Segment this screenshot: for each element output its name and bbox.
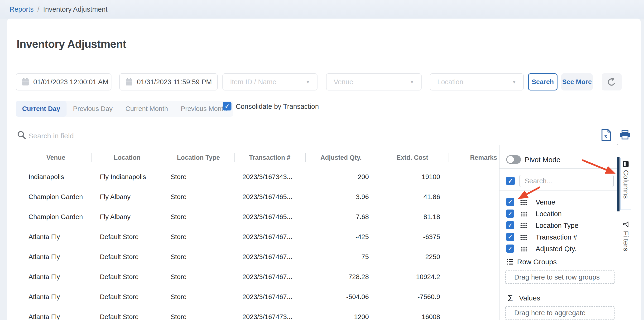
arrow-to-columns-tab xyxy=(582,160,608,171)
table-row[interactable]: Atlanta Fly Default Store Store 2023/3/1… xyxy=(14,267,499,287)
cell-extd-cost: -6375 xyxy=(377,227,440,247)
header-divider xyxy=(163,153,163,163)
col-header-location-type[interactable]: Location Type xyxy=(163,150,234,165)
item-dropdown[interactable]: Item ID / Name ▼ xyxy=(222,73,318,90)
venue-dropdown[interactable]: Venue ▼ xyxy=(326,73,422,90)
arrow-to-venue-checkbox xyxy=(525,187,540,195)
col-header-adjusted-qty[interactable]: Adjusted Qty. xyxy=(305,150,377,165)
drag-handle-icon[interactable] xyxy=(520,234,527,240)
chevron-down-icon: ▼ xyxy=(512,79,517,85)
drag-handle-icon[interactable] xyxy=(520,211,527,216)
range-current-month[interactable]: Current Month xyxy=(119,101,174,117)
tab-filters[interactable]: Filters xyxy=(620,220,631,260)
table-top-border xyxy=(14,148,499,148)
panel-column-item-location[interactable]: ✓ Location xyxy=(500,208,618,220)
chevron-down-icon: ▼ xyxy=(305,79,310,85)
cell-location: Default Store xyxy=(100,267,162,287)
panel-column-item-adjusted-qty[interactable]: ✓ Adjusted Qty. xyxy=(500,243,618,253)
search-icon xyxy=(17,130,26,140)
table-row[interactable]: Indianapolis Fly Indianapolis Store 2023… xyxy=(14,167,499,187)
start-date-field[interactable] xyxy=(16,73,112,90)
sigma-icon: Σ xyxy=(508,293,513,303)
column-item-label: Transaction # xyxy=(536,231,577,243)
drag-handle-icon[interactable] xyxy=(520,223,527,228)
cell-location: Default Store xyxy=(100,287,162,307)
col-header-location[interactable]: Location xyxy=(92,150,163,165)
column-checkbox[interactable]: ✓ xyxy=(506,210,514,218)
check-icon: ✓ xyxy=(508,234,512,240)
panel-divider xyxy=(500,253,618,253)
reset-button[interactable] xyxy=(602,73,622,90)
end-date-field[interactable] xyxy=(119,73,218,90)
cell-remarks xyxy=(456,187,497,207)
table-row[interactable]: Champion Garden Fly Albany Store 2023/3/… xyxy=(14,207,499,227)
header-divider xyxy=(377,153,377,163)
col-header-venue[interactable]: Venue xyxy=(20,150,92,165)
end-date-input[interactable] xyxy=(137,78,217,86)
check-icon: ✓ xyxy=(508,222,512,229)
drag-handle-icon[interactable] xyxy=(520,246,527,251)
cell-location-type: Store xyxy=(170,227,232,247)
row-groups-dropzone[interactable]: Drag here to set row groups xyxy=(505,270,614,284)
header-divider xyxy=(448,153,448,163)
cell-location-type: Store xyxy=(170,167,232,187)
print-icon[interactable] xyxy=(619,130,631,141)
see-more-button[interactable]: See More xyxy=(561,73,593,90)
grid-search-input[interactable]: Search in field xyxy=(28,131,74,140)
cell-transaction: 2023/3/167467... xyxy=(242,267,309,287)
search-button[interactable]: Search xyxy=(528,73,558,90)
column-checkbox[interactable]: ✓ xyxy=(506,221,514,229)
consolidate-checkbox[interactable]: ✓ xyxy=(223,102,232,110)
cell-location: Default Store xyxy=(100,307,162,320)
table-row[interactable]: Champion Garden Fly Albany Store 2023/3/… xyxy=(14,187,499,207)
cell-extd-cost: 10924.2 xyxy=(377,267,440,287)
table-row[interactable]: Atlanta Fly Default Store Store 2023/3/1… xyxy=(14,287,499,307)
check-icon: ✓ xyxy=(225,103,230,110)
location-dropdown-placeholder: Location xyxy=(437,78,512,86)
header-divider xyxy=(92,153,92,163)
col-header-extd-cost[interactable]: Extd. Cost xyxy=(377,150,448,165)
table-row[interactable]: Atlanta Fly Default Store Store 2023/3/1… xyxy=(14,227,499,247)
column-checkbox[interactable]: ✓ xyxy=(506,233,514,241)
breadcrumb: Reports / Inventory Adjustment xyxy=(10,0,108,19)
cell-location-type: Store xyxy=(170,307,232,320)
cell-remarks xyxy=(456,287,497,307)
cell-venue: Atlanta Fly xyxy=(28,287,90,307)
cell-transaction: 2023/3/167467... xyxy=(242,287,309,307)
consolidate-label: Consolidate by Transaction xyxy=(236,102,319,110)
cell-adjusted-qty: -504.06 xyxy=(305,287,369,307)
excel-export-icon[interactable]: x xyxy=(601,129,612,141)
values-dropzone[interactable]: Drag here to aggregate xyxy=(505,306,614,319)
panel-column-item-location-type[interactable]: ✓ Location Type xyxy=(500,220,618,231)
cell-remarks xyxy=(456,167,497,187)
cell-venue: Champion Garden xyxy=(28,187,90,207)
panel-divider xyxy=(500,287,618,287)
range-previous-day[interactable]: Previous Day xyxy=(66,101,119,117)
column-item-label: Location xyxy=(536,208,562,220)
cell-extd-cost: 16008 xyxy=(377,307,440,320)
start-date-input[interactable] xyxy=(33,78,111,86)
cell-venue: Champion Garden xyxy=(28,207,90,227)
location-dropdown[interactable]: Location ▼ xyxy=(430,73,524,90)
breadcrumb-reports-link[interactable]: Reports xyxy=(10,6,34,13)
table-row[interactable]: Atlanta Fly Default Store Store 2023/3/1… xyxy=(14,307,499,320)
cell-location-type: Store xyxy=(170,187,232,207)
cell-venue: Atlanta Fly xyxy=(28,307,90,320)
cell-transaction: 2023/3/167343... xyxy=(242,167,309,187)
cell-transaction: 2023/3/167467... xyxy=(242,227,309,247)
panel-column-item-transaction[interactable]: ✓ Transaction # xyxy=(500,231,618,243)
cell-adjusted-qty: 75 xyxy=(305,247,369,267)
cell-location-type: Store xyxy=(170,247,232,267)
table-row[interactable]: Atlanta Fly Default Store Store 2023/3/1… xyxy=(14,247,499,267)
cell-remarks xyxy=(456,267,497,287)
cell-adjusted-qty: 7.68 xyxy=(305,207,369,227)
tab-columns[interactable]: Columns xyxy=(620,157,631,210)
cell-adjusted-qty: 1200 xyxy=(305,307,369,320)
check-icon: ✓ xyxy=(508,211,512,217)
page-title: Inventory Adjustment xyxy=(17,38,126,51)
range-current-day[interactable]: Current Day xyxy=(16,101,66,117)
col-header-transaction[interactable]: Transaction # xyxy=(234,150,305,165)
cell-transaction: 2023/3/167465... xyxy=(242,207,309,227)
column-checkbox[interactable]: ✓ xyxy=(506,245,514,253)
item-dropdown-placeholder: Item ID / Name xyxy=(230,78,305,86)
